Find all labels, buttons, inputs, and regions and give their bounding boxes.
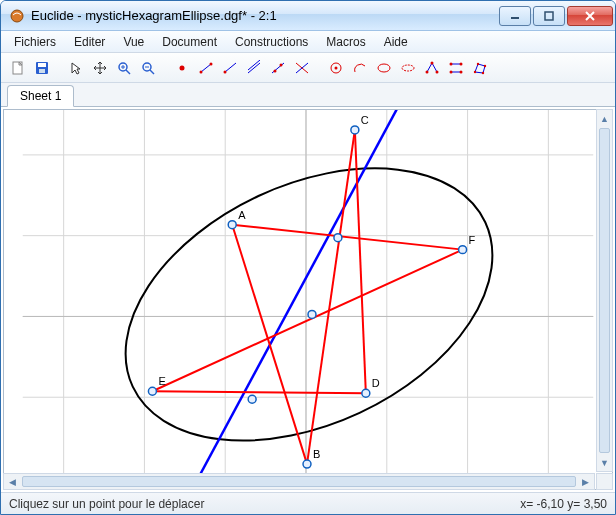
- point-A[interactable]: [228, 221, 236, 229]
- point-label-E: E: [158, 375, 165, 387]
- move-icon[interactable]: [89, 57, 111, 79]
- toolbar: [1, 53, 615, 83]
- parallel-icon[interactable]: [267, 57, 289, 79]
- intersection-point[interactable]: [248, 395, 256, 403]
- svg-point-23: [280, 63, 283, 66]
- svg-point-35: [460, 62, 463, 65]
- menu-macros[interactable]: Macros: [319, 33, 372, 51]
- point-label-D: D: [372, 377, 380, 389]
- hex-segment[interactable]: [307, 130, 355, 464]
- app-icon: [9, 8, 25, 24]
- svg-rect-2: [545, 12, 553, 20]
- svg-point-28: [335, 66, 338, 69]
- ray-icon[interactable]: [219, 57, 241, 79]
- scroll-right-icon[interactable]: ▶: [577, 474, 594, 489]
- point-D[interactable]: [362, 389, 370, 397]
- hex-segment[interactable]: [152, 391, 365, 393]
- svg-point-36: [450, 70, 453, 73]
- point-label-F: F: [469, 234, 476, 246]
- conic-icon[interactable]: [397, 57, 419, 79]
- svg-line-8: [126, 70, 130, 74]
- svg-point-34: [450, 62, 453, 65]
- svg-point-30: [402, 65, 414, 71]
- app-window: Euclide - mysticHexagramEllipse.dgf* - 2…: [0, 0, 616, 515]
- svg-point-0: [11, 10, 23, 22]
- tabbar: Sheet 1: [1, 83, 615, 107]
- svg-point-31: [426, 70, 429, 73]
- svg-point-16: [200, 70, 203, 73]
- line-icon[interactable]: [243, 57, 265, 79]
- polygon-icon[interactable]: [469, 57, 491, 79]
- point-C[interactable]: [351, 126, 359, 134]
- circle-center-icon[interactable]: [325, 57, 347, 79]
- svg-point-33: [436, 70, 439, 73]
- svg-line-12: [150, 70, 154, 74]
- svg-point-39: [477, 62, 479, 64]
- window-controls: [497, 6, 613, 26]
- statusbar: Cliquez sur un point pour le déplacer x=…: [1, 492, 615, 514]
- point-label-C: C: [361, 114, 369, 126]
- geometry-svg[interactable]: ABCDEF: [4, 110, 612, 489]
- menubar: Fichiers Editer Vue Document Constructio…: [1, 31, 615, 53]
- polygon3-icon[interactable]: [421, 57, 443, 79]
- scroll-corner: [596, 473, 613, 490]
- svg-point-19: [224, 70, 227, 73]
- segment-icon[interactable]: [195, 57, 217, 79]
- menu-document[interactable]: Document: [155, 33, 224, 51]
- canvas-area: ABCDEF ▲ ▼ ◀ ▶: [1, 107, 615, 492]
- intersection-point[interactable]: [308, 310, 316, 318]
- polygon4-icon[interactable]: [445, 57, 467, 79]
- scroll-thumb-h[interactable]: [22, 476, 576, 487]
- svg-rect-5: [38, 63, 46, 67]
- close-button[interactable]: [567, 6, 613, 26]
- svg-point-38: [474, 70, 476, 72]
- hex-segment[interactable]: [152, 250, 462, 392]
- menu-fichiers[interactable]: Fichiers: [7, 33, 63, 51]
- menu-editer[interactable]: Editer: [67, 33, 112, 51]
- arc-icon[interactable]: [349, 57, 371, 79]
- status-coords: x= -6,10 y= 3,50: [520, 497, 607, 511]
- titlebar[interactable]: Euclide - mysticHexagramEllipse.dgf* - 2…: [1, 1, 615, 31]
- point-F[interactable]: [459, 246, 467, 254]
- status-message: Cliquez sur un point pour le déplacer: [9, 497, 520, 511]
- scroll-left-icon[interactable]: ◀: [4, 474, 21, 489]
- hex-segment[interactable]: [232, 225, 307, 464]
- scroll-thumb-v[interactable]: [599, 128, 610, 453]
- svg-point-17: [210, 62, 213, 65]
- point-icon[interactable]: [171, 57, 193, 79]
- svg-point-32: [431, 61, 434, 64]
- svg-point-24: [274, 69, 277, 72]
- new-file-icon[interactable]: [7, 57, 29, 79]
- ellipse-icon[interactable]: [373, 57, 395, 79]
- scroll-up-icon[interactable]: ▲: [597, 110, 612, 127]
- pointer-icon[interactable]: [65, 57, 87, 79]
- point-label-A: A: [238, 209, 246, 221]
- menu-constructions[interactable]: Constructions: [228, 33, 315, 51]
- zoom-out-icon[interactable]: [137, 57, 159, 79]
- save-icon[interactable]: [31, 57, 53, 79]
- vertical-scrollbar[interactable]: ▲ ▼: [596, 109, 613, 472]
- point-label-B: B: [313, 448, 320, 460]
- drawing-canvas[interactable]: ABCDEF: [3, 109, 613, 490]
- window-title: Euclide - mysticHexagramEllipse.dgf* - 2…: [31, 8, 497, 23]
- svg-point-41: [482, 71, 484, 73]
- menu-aide[interactable]: Aide: [377, 33, 415, 51]
- svg-point-14: [180, 65, 185, 70]
- intersect-icon[interactable]: [291, 57, 313, 79]
- point-B[interactable]: [303, 460, 311, 468]
- svg-line-15: [201, 64, 211, 72]
- svg-point-37: [460, 70, 463, 73]
- menu-vue[interactable]: Vue: [116, 33, 151, 51]
- scroll-down-icon[interactable]: ▼: [597, 454, 612, 471]
- minimize-button[interactable]: [499, 6, 531, 26]
- intersection-point[interactable]: [334, 234, 342, 242]
- maximize-button[interactable]: [533, 6, 565, 26]
- horizontal-scrollbar[interactable]: ◀ ▶: [3, 473, 595, 490]
- point-E[interactable]: [148, 387, 156, 395]
- svg-line-18: [225, 63, 236, 72]
- svg-point-29: [378, 64, 390, 72]
- zoom-in-icon[interactable]: [113, 57, 135, 79]
- tab-sheet1[interactable]: Sheet 1: [7, 85, 74, 107]
- svg-rect-6: [39, 69, 45, 73]
- hex-segment[interactable]: [232, 225, 462, 250]
